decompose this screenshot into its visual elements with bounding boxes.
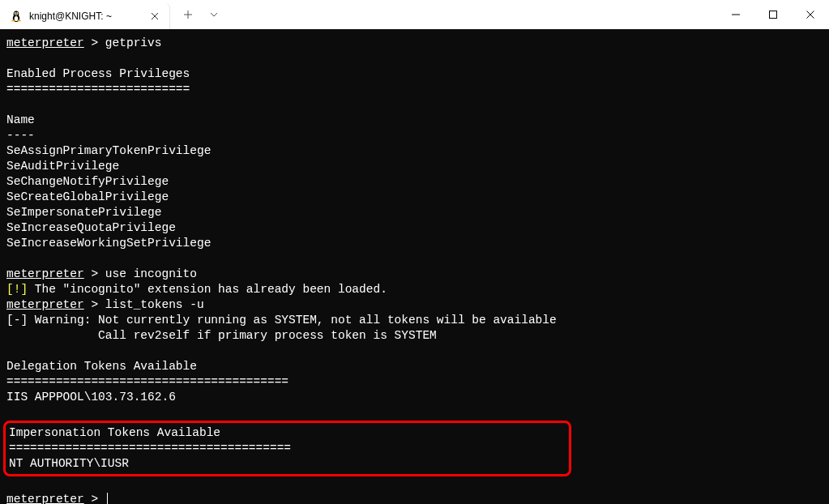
prompt-separator: >: [84, 36, 105, 49]
svg-rect-9: [770, 11, 777, 19]
prompt-separator: >: [84, 493, 105, 504]
svg-point-8: [18, 19, 21, 21]
warning-line: Call rev2self if primary process token i…: [6, 329, 437, 342]
svg-point-6: [16, 13, 17, 14]
delegation-header: Delegation Tokens Available: [6, 360, 197, 373]
svg-point-7: [11, 19, 15, 21]
command-list-tokens: list_tokens -u: [105, 298, 204, 311]
command-use-incognito: use incognito: [105, 267, 197, 280]
privilege-item: SeIncreaseWorkingSetPrivilege: [6, 237, 211, 250]
window-controls: [717, 0, 829, 29]
delegation-token: IIS APPPOOL\103.73.162.6: [6, 391, 176, 404]
extension-loaded-msg: The "incognito" extension has already be…: [28, 283, 387, 296]
tab-close-button[interactable]: [148, 10, 161, 23]
delegation-rule: ========================================: [6, 375, 288, 388]
terminal-cursor: [107, 493, 109, 504]
privilege-item: SeImpersonatePrivilege: [6, 206, 161, 219]
terminal-output[interactable]: meterpreter > getprivs Enabled Process P…: [0, 29, 829, 504]
impersonation-token: NT AUTHORITY\IUSR: [9, 457, 129, 470]
new-tab-button[interactable]: [177, 3, 199, 26]
tab-dropdown-button[interactable]: [203, 3, 225, 26]
warning-marker: [!]: [6, 283, 28, 296]
meterpreter-prompt: meterpreter: [6, 493, 84, 504]
terminal-tab[interactable]: knight@KNIGHT: ~: [0, 3, 170, 29]
linux-tux-icon: [10, 10, 23, 23]
privilege-item: SeIncreaseQuotaPrivilege: [6, 221, 176, 234]
command-getprivs: getprivs: [105, 36, 162, 49]
minimize-button[interactable]: [717, 0, 754, 29]
impersonation-header: Impersonation Tokens Available: [9, 426, 220, 439]
privilege-item: SeCreateGlobalPrivilege: [6, 190, 169, 203]
privileges-rule: ==========================: [6, 83, 190, 96]
meterpreter-prompt: meterpreter: [6, 267, 84, 280]
column-name-rule: ----: [6, 129, 35, 142]
meterpreter-prompt: meterpreter: [6, 298, 84, 311]
meterpreter-prompt: meterpreter: [6, 36, 84, 49]
privilege-item: SeChangeNotifyPrivilege: [6, 175, 169, 188]
privileges-header: Enabled Process Privileges: [6, 67, 190, 80]
close-button[interactable]: [792, 0, 829, 29]
prompt-separator: >: [84, 267, 105, 280]
prompt-separator: >: [84, 298, 105, 311]
tab-actions: [170, 3, 225, 26]
privilege-item: SeAuditPrivilege: [6, 160, 119, 173]
tab-title: knight@KNIGHT: ~: [29, 11, 142, 22]
privilege-item: SeAssignPrimaryTokenPrivilege: [6, 144, 211, 157]
svg-point-5: [15, 13, 15, 14]
highlight-annotation: Impersonation Tokens Available =========…: [3, 421, 571, 476]
maximize-button[interactable]: [754, 0, 792, 29]
impersonation-rule: ========================================: [9, 442, 291, 455]
column-name-header: Name: [6, 113, 35, 126]
titlebar: knight@KNIGHT: ~: [0, 0, 829, 29]
warning-line: [-] Warning: Not currently running as SY…: [6, 314, 557, 327]
